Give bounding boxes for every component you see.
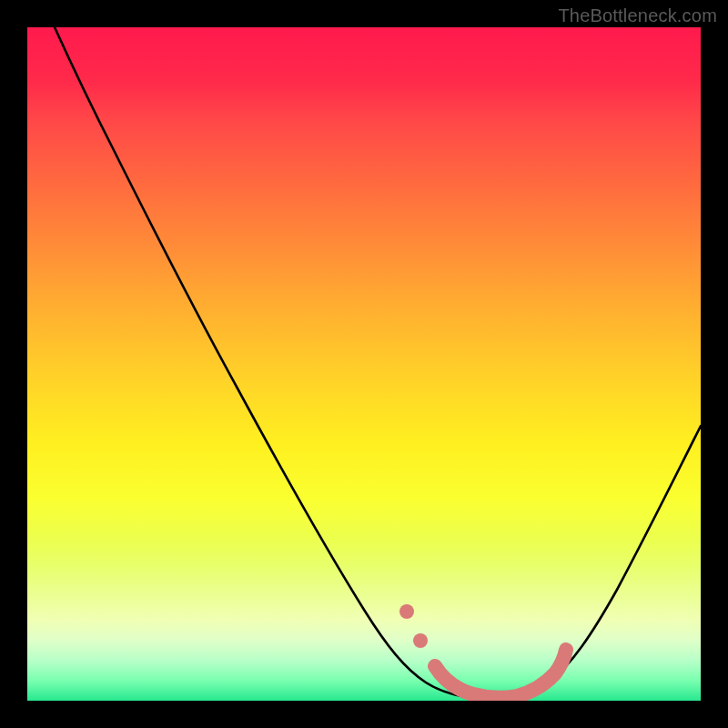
highlight-dot [399, 604, 414, 619]
highlight-band [435, 650, 566, 698]
bottleneck-curve-path [55, 27, 701, 699]
optimal-highlight [399, 604, 566, 698]
bottleneck-curve-svg [27, 27, 701, 701]
highlight-dot [413, 633, 428, 648]
watermark-text: TheBottleneck.com [558, 5, 717, 26]
plot-frame [27, 27, 701, 701]
